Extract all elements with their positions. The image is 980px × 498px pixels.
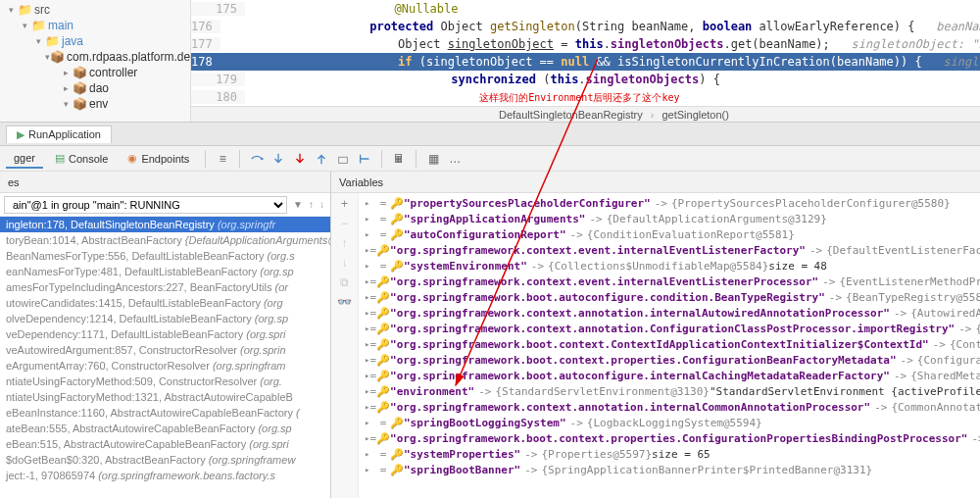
stack-frame[interactable]: amesForTypeIncludingAncestors:227, BeanF… xyxy=(0,279,330,295)
tree-arrow-icon[interactable]: ▸ xyxy=(59,83,73,93)
variable-row[interactable]: ▸=🔑"org.springframework.context.event.in… xyxy=(359,242,980,258)
tree-arrow-icon[interactable]: ▾ xyxy=(59,99,73,109)
line-number[interactable]: 🐞177 xyxy=(191,37,220,51)
line-number[interactable]: 176 xyxy=(191,20,220,33)
expand-icon[interactable]: ▸ xyxy=(365,465,376,474)
variable-row[interactable]: ▸=🔑"org.springframework.boot.context.pro… xyxy=(359,430,980,446)
variable-row[interactable]: ▸=🔑"org.springframework.boot.context.pro… xyxy=(359,352,980,368)
tree-item[interactable]: ▾📁java xyxy=(0,33,190,49)
breadcrumb[interactable]: DefaultSingletonBeanRegistry › getSingle… xyxy=(191,106,980,122)
remove-watch-icon[interactable]: − xyxy=(341,217,348,230)
code-line[interactable]: 180 这样我们的Environment后明还多了这个key xyxy=(191,88,980,106)
stack-frame[interactable]: ateBean:555, AbstractAutowireCapableBean… xyxy=(0,421,330,436)
line-number[interactable]: ●178 xyxy=(191,55,220,69)
variable-row[interactable]: ▸=🔑"systemEnvironment"->{Collections$Unm… xyxy=(359,258,980,274)
force-step-into-icon[interactable] xyxy=(291,150,309,168)
evaluate-icon[interactable]: 🖩 xyxy=(390,150,408,168)
stack-frame[interactable]: eBean:515, AbstractAutowireCapableBeanFa… xyxy=(0,436,330,452)
settings-icon[interactable]: ≡ xyxy=(214,150,231,168)
run-tool-window-tabs[interactable]: ▶ RunApplication xyxy=(0,123,980,146)
stack-frame[interactable]: $doGetBean$0:320, AbstractBeanFactory (o… xyxy=(0,452,330,468)
tree-item[interactable]: ▾📁src xyxy=(0,2,190,18)
stack-frame[interactable]: eanNamesForType:481, DefaultListableBean… xyxy=(0,264,330,279)
expand-icon[interactable]: ▸ xyxy=(365,418,376,427)
tree-arrow-icon[interactable]: ▾ xyxy=(31,36,45,46)
code-editor[interactable]: 175 @Nullable176 protected Object getSin… xyxy=(191,0,980,122)
variable-row[interactable]: ▸=🔑"org.springframework.context.event.in… xyxy=(359,274,980,289)
copy-watch-icon[interactable]: ⧉ xyxy=(340,275,349,289)
code-line[interactable]: 176 protected Object getSingleton(String… xyxy=(191,18,980,35)
stack-frame[interactable]: utowireCandidates:1415, DefaultListableB… xyxy=(0,295,330,311)
variable-row[interactable]: ▸=🔑"springBootBanner"->{SpringApplicatio… xyxy=(359,462,980,477)
line-number[interactable]: 180 xyxy=(191,90,245,104)
line-number[interactable]: 179 xyxy=(191,73,245,86)
filter-icon[interactable]: ▼ xyxy=(291,199,305,210)
tree-item[interactable]: ▾📦env xyxy=(0,96,190,112)
variable-row[interactable]: ▸=🔑"systemProperties"->{Properties@5597}… xyxy=(359,446,980,462)
console-tab[interactable]: ▤Console xyxy=(47,149,116,168)
stack-frame[interactable]: toryBean:1014, AbstractBeanFactory {Defa… xyxy=(0,232,330,248)
svg-point-0 xyxy=(261,157,264,160)
variable-row[interactable]: ▸=🔑"org.springframework.boot.autoconfigu… xyxy=(359,289,980,305)
stack-frame[interactable]: ject:-1, 970865974 (org.springframework.… xyxy=(0,468,330,483)
expand-icon[interactable]: ▸ xyxy=(365,229,376,239)
expand-icon[interactable]: ▸ xyxy=(365,261,376,271)
code-line[interactable]: 175 @Nullable xyxy=(191,0,980,18)
variable-row[interactable]: ▸=🔑"org.springframework.context.annotati… xyxy=(359,321,980,336)
tree-arrow-icon[interactable]: ▾ xyxy=(18,21,31,30)
code-line[interactable]: 179 synchronized (this.singletonObjects)… xyxy=(191,71,980,88)
stack-frame[interactable]: eArgumentArray:760, ConstructorResolver … xyxy=(0,358,330,374)
variable-row[interactable]: ▸=🔑"springBootLoggingSystem"->{LogbackLo… xyxy=(359,415,980,430)
breadcrumb-class[interactable]: DefaultSingletonBeanRegistry xyxy=(495,109,647,121)
stack-frame[interactable]: veAutowiredArgument:857, ConstructorReso… xyxy=(0,342,330,358)
expand-icon[interactable]: ▸ xyxy=(365,449,376,459)
run-to-cursor-icon[interactable] xyxy=(356,150,373,168)
tree-arrow-icon[interactable]: ▾ xyxy=(4,5,18,15)
step-over-icon[interactable] xyxy=(248,150,266,168)
variable-row[interactable]: ▸=🔑"propertySourcesPlaceholderConfigurer… xyxy=(359,195,980,211)
stack-frame[interactable]: ntiateUsingFactoryMethod:1321, AbstractA… xyxy=(0,389,330,405)
breadcrumb-method[interactable]: getSingleton() xyxy=(658,109,733,121)
prev-frame-icon[interactable]: ↑ xyxy=(307,199,316,210)
variable-row[interactable]: ▸=🔑"org.springframework.context.annotati… xyxy=(359,305,980,321)
expand-icon[interactable]: ▸ xyxy=(365,214,376,224)
endpoints-tab[interactable]: ◉Endpoints xyxy=(120,149,197,168)
watch-up-icon[interactable]: ↑ xyxy=(342,236,348,250)
tree-item[interactable]: ▸📦dao xyxy=(0,80,190,96)
variable-row[interactable]: ▸=🔑"autoConfigurationReport"->{Condition… xyxy=(359,226,980,242)
add-watch-icon[interactable]: + xyxy=(341,197,348,211)
stack-frame[interactable]: ingleton:178, DefaultSingletonBeanRegist… xyxy=(0,217,330,232)
line-number[interactable]: 175 xyxy=(191,2,245,16)
stack-frame[interactable]: ntiateUsingFactoryMethod:509, Constructo… xyxy=(0,374,330,389)
variables-list[interactable]: ▸=🔑"propertySourcesPlaceholderConfigurer… xyxy=(359,193,980,498)
step-out-icon[interactable] xyxy=(313,150,330,168)
tree-arrow-icon[interactable]: ▸ xyxy=(59,68,73,77)
frames-list[interactable]: ingleton:178, DefaultSingletonBeanRegist… xyxy=(0,217,330,498)
stack-frame[interactable]: olveDependency:1214, DefaultListableBean… xyxy=(0,311,330,326)
more-icon[interactable]: … xyxy=(446,150,464,168)
run-config-tab[interactable]: ▶ RunApplication xyxy=(6,125,112,143)
tree-item[interactable]: ▾📁main xyxy=(0,18,190,33)
tree-item[interactable]: ▸📦controller xyxy=(0,65,190,80)
watch-down-icon[interactable]: ↓ xyxy=(342,256,348,270)
debugger-tab[interactable]: gger xyxy=(6,149,43,169)
variable-row[interactable]: ▸=🔑"springApplicationArguments"->{Defaul… xyxy=(359,211,980,226)
thread-selector[interactable]: ain"@1 in group "main": RUNNING xyxy=(4,196,287,214)
next-frame-icon[interactable]: ↓ xyxy=(318,199,326,210)
code-line[interactable]: 🐞177 Object singletonObject = this.singl… xyxy=(191,35,980,53)
stack-frame[interactable]: veDependency:1171, DefaultListableBeanFa… xyxy=(0,326,330,342)
stack-frame[interactable]: BeanNamesForType:556, DefaultListableBea… xyxy=(0,248,330,264)
drop-frame-icon[interactable] xyxy=(334,150,352,168)
variable-row[interactable]: ▸=🔑"org.springframework.context.annotati… xyxy=(359,399,980,415)
variable-row[interactable]: ▸=🔑"org.springframework.boot.autoconfigu… xyxy=(359,368,980,383)
variable-row[interactable]: ▸=🔑"org.springframework.boot.context.Con… xyxy=(359,336,980,352)
variable-row[interactable]: ▸=🔑"environment"->{StandardServletEnviro… xyxy=(359,383,980,399)
tree-item[interactable]: ▾📦com.rdpaas.platform.demo xyxy=(0,49,190,65)
step-into-icon[interactable] xyxy=(270,150,287,168)
glasses-icon[interactable]: 👓 xyxy=(337,295,352,309)
expand-icon[interactable]: ▸ xyxy=(365,198,376,208)
stack-frame[interactable]: eBeanInstance:1160, AbstractAutowireCapa… xyxy=(0,405,330,421)
project-tree[interactable]: ▾📁src▾📁main▾📁java▾📦com.rdpaas.platform.d… xyxy=(0,0,191,122)
code-line[interactable]: ●178 if (singletonObject == null && isSi… xyxy=(191,53,980,71)
grid-icon[interactable]: ▦ xyxy=(424,150,442,168)
